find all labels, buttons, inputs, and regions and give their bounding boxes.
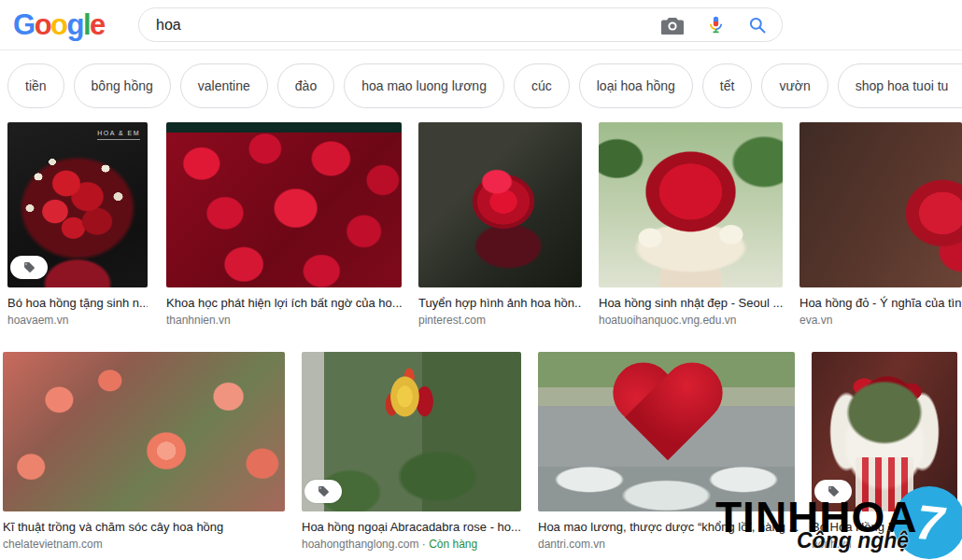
result-domain: pinterest.com — [418, 314, 582, 328]
logo-letter: o — [35, 8, 50, 41]
logo-letter: o — [50, 8, 66, 41]
result-domain: thanhnien.vn — [166, 314, 402, 328]
result-thumbnail[interactable]: HOA & EM — [7, 122, 148, 287]
result-domain: eva.vn — [799, 314, 962, 328]
image-result: Kĩ thuật trồng và chăm sóc cây hoa hồng … — [3, 352, 285, 552]
result-title[interactable]: Kĩ thuật trồng và chăm sóc cây hoa hồng — [3, 520, 285, 535]
result-thumbnail[interactable] — [302, 352, 521, 511]
camera-icon[interactable] — [661, 16, 684, 35]
image-result: HOA & EM Bó hoa hồng tặng sinh n... hoav… — [7, 122, 148, 328]
price-tag-icon — [318, 485, 330, 497]
tag-badge[interactable] — [10, 256, 48, 279]
stock-status: Còn hàng — [429, 538, 477, 551]
filter-chip[interactable]: tết — [702, 63, 753, 108]
result-domain: chelatevietnam.com — [3, 538, 285, 552]
filter-chip[interactable]: đào — [277, 63, 334, 108]
result-title[interactable]: Hoa hồng ngoại Abracadabra rose - ho... — [302, 520, 521, 535]
image-result: Tuyển hợp hình ảnh hoa hồn... pinterest.… — [418, 122, 582, 328]
filter-chip[interactable]: vườn — [761, 63, 828, 108]
logo-letter: l — [83, 8, 90, 41]
filter-chip[interactable]: tiền — [7, 63, 64, 108]
result-title[interactable]: Tuyển hợp hình ảnh hoa hồn... — [418, 296, 582, 311]
tag-badge[interactable] — [304, 480, 342, 503]
filter-chip[interactable]: shop hoa tuoi tu — [838, 63, 962, 108]
filter-chip[interactable]: valentine — [180, 63, 268, 108]
result-thumbnail[interactable] — [3, 352, 285, 511]
filter-chips-bar: tiền bông hồng valentine đào hoa mao luo… — [0, 58, 962, 114]
filter-chip[interactable]: cúc — [514, 63, 570, 108]
result-thumbnail[interactable] — [538, 352, 795, 511]
result-title[interactable]: Khoa học phát hiện lợi ích bất ngờ của h… — [166, 296, 402, 311]
search-icon[interactable] — [748, 16, 767, 35]
header: Google — [0, 0, 962, 50]
search-bar — [138, 7, 783, 42]
image-result: Hoa hồng sinh nhật đẹp - Seoul ... hoatu… — [599, 122, 783, 328]
result-thumbnail[interactable] — [166, 122, 402, 287]
logo-letter: g — [67, 8, 83, 41]
filter-chip[interactable]: loại hoa hồng — [579, 63, 693, 108]
result-thumbnail[interactable] — [599, 122, 783, 287]
image-result: Khoa học phát hiện lợi ích bất ngờ của h… — [166, 122, 402, 328]
logo-letter: G — [13, 8, 35, 41]
result-title[interactable]: Hoa hồng đỏ - Ý nghĩa của tình... — [799, 296, 962, 311]
filter-chip[interactable]: bông hồng — [74, 63, 171, 108]
filter-chip[interactable]: hoa mao luong lương — [344, 63, 504, 108]
logo-letter: e — [90, 8, 105, 41]
result-title[interactable]: Bó hoa hồng tặng sinh n... — [7, 296, 148, 311]
price-tag-icon — [23, 261, 35, 273]
result-title[interactable]: Hoa hồng sinh nhật đẹp - Seoul ... — [599, 296, 783, 311]
result-domain: hoahongthanglong.com · Còn hàng — [302, 538, 521, 552]
google-logo[interactable]: Google — [13, 8, 105, 42]
watermark-badge-number: 7 — [912, 494, 945, 553]
mic-icon[interactable] — [706, 15, 726, 35]
result-domain: hoavaem.vn — [7, 314, 148, 328]
watermark-subtitle: Công nghệ — [797, 528, 909, 553]
result-thumbnail[interactable] — [418, 122, 582, 287]
result-thumbnail[interactable] — [799, 122, 962, 287]
result-domain-text: hoahongthanglong.com — [302, 538, 418, 551]
image-result: Hoa hồng đỏ - Ý nghĩa của tình... eva.vn — [799, 122, 962, 328]
result-domain: hoatuoihanquoc.vng.edu.vn — [599, 314, 783, 328]
photo-brand-text: HOA & EM — [97, 130, 140, 140]
heart-arrangement — [607, 365, 729, 469]
search-input[interactable] — [154, 16, 639, 35]
separator-dot: · — [422, 538, 426, 551]
image-result: Hoa hồng ngoại Abracadabra rose - ho... … — [302, 352, 521, 552]
